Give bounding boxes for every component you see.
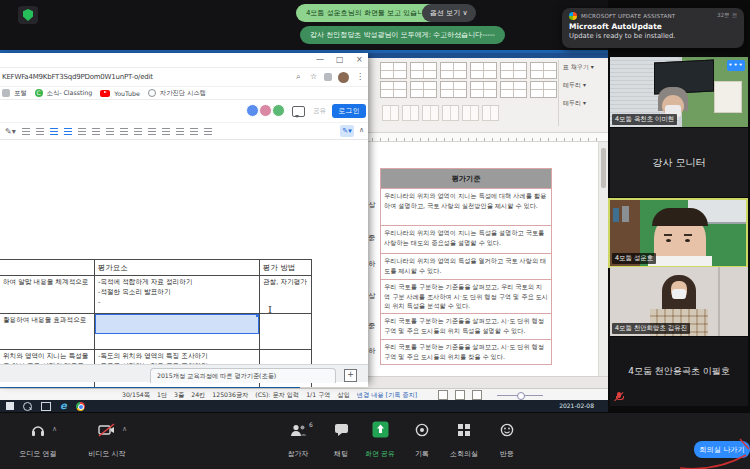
ribbon-icon[interactable] <box>422 105 439 121</box>
bookmark-item[interactable]: YouTube <box>114 90 140 97</box>
minimize-button[interactable]: — <box>316 54 324 66</box>
toolbar-icon[interactable] <box>36 128 44 135</box>
ribbon-panel-label[interactable]: 테두리 ▾ <box>563 99 586 108</box>
table-style-thumbnail[interactable] <box>410 81 437 98</box>
sheet-tab[interactable]: 2015개정 교육과정에 따른 평가기준(초등) <box>150 368 336 383</box>
ribbon-panel-label[interactable]: 테두리 ▾ <box>563 81 586 90</box>
chat-icon[interactable] <box>334 423 349 437</box>
table-style-thumbnail[interactable] <box>500 81 527 98</box>
table-style-thumbnail[interactable] <box>530 62 557 79</box>
chrome-taskbar-icon[interactable] <box>76 402 85 411</box>
edit-pen-button[interactable]: ✎▾ <box>340 125 354 137</box>
indent-icon[interactable] <box>134 128 142 135</box>
view-mode-icon[interactable] <box>472 390 482 400</box>
audio-options-caret[interactable]: ∧ <box>52 425 57 433</box>
collapse-toolbar-icon[interactable]: ∧ <box>359 126 364 134</box>
login-button[interactable]: 로그인 <box>332 104 366 118</box>
table-style-thumbnail[interactable] <box>440 81 467 98</box>
taskbar-search-icon[interactable] <box>23 402 32 411</box>
start-button-icon[interactable] <box>6 402 14 410</box>
header-cell-elements[interactable]: 평가요소 <box>95 259 260 276</box>
clear-format-icon[interactable] <box>162 128 170 135</box>
table-style-thumbnail[interactable] <box>380 62 407 79</box>
toolbar-icon[interactable] <box>22 128 30 135</box>
status-track-changes[interactable]: 변경 내용 [기록 중지] <box>357 391 417 400</box>
table-style-thumbnail[interactable] <box>530 81 557 98</box>
add-sheet-button[interactable]: + <box>344 369 357 382</box>
merge-cells-icon[interactable] <box>204 128 212 135</box>
bookmark-item[interactable]: 소식- Classting <box>47 89 93 98</box>
hwp-vertical-scrollbar[interactable] <box>598 142 608 376</box>
search-icon[interactable]: ⌕ <box>296 72 300 82</box>
browser-menu-icon[interactable]: ⋮ <box>356 72 364 82</box>
collaborator-avatar[interactable] <box>246 104 259 117</box>
view-mode-icon[interactable] <box>438 390 448 400</box>
view-mode-icon[interactable] <box>455 390 465 400</box>
profile-avatar[interactable] <box>338 72 349 83</box>
header-cell-empty[interactable] <box>0 259 95 276</box>
bookmark-star-icon[interactable]: ☆ <box>310 72 317 82</box>
toolbar-icon[interactable] <box>92 128 100 135</box>
ribbon-icon[interactable] <box>482 105 499 121</box>
cell-method[interactable] <box>260 314 312 350</box>
participant-video-1[interactable]: ••• 4모둠 옥천초 이미현 <box>610 57 748 127</box>
cell-unit[interactable]: 활용하여 내용을 효과적으로 <box>0 314 95 350</box>
reactions-icon[interactable] <box>500 423 514 437</box>
breakout-rooms-icon[interactable] <box>457 423 471 437</box>
table-style-thumbnail[interactable] <box>470 81 497 98</box>
view-options-button[interactable]: 옵션 보기 ∨ <box>422 4 476 22</box>
bookmark-item[interactable]: 자가진단 시스템 <box>160 89 206 98</box>
ribbon-icon[interactable] <box>442 105 459 121</box>
numbered-list-icon[interactable] <box>106 128 114 135</box>
table-style-thumbnail[interactable] <box>500 62 527 79</box>
ribbon-panel-label[interactable]: 표 채우기 ▾ <box>563 63 594 72</box>
header-cell-method[interactable]: 평가 방법 <box>260 259 312 276</box>
ribbon-icon[interactable] <box>382 105 399 121</box>
start-video-button[interactable]: 비디오 시작 <box>72 449 142 459</box>
table-style-thumbnail[interactable] <box>410 62 437 79</box>
participants-icon[interactable] <box>290 423 307 437</box>
selection-handle[interactable] <box>256 314 260 317</box>
headset-icon[interactable] <box>30 423 46 437</box>
table-style-thumbnail[interactable] <box>380 81 407 98</box>
fill-color-icon[interactable] <box>176 128 184 135</box>
outdent-icon[interactable] <box>148 128 156 135</box>
participant-tile-5[interactable]: 4모둠 천안용곡초 이필호 <box>610 337 748 406</box>
reactions-button[interactable]: 반응 <box>472 449 542 459</box>
align-left-icon[interactable] <box>50 128 58 135</box>
maximize-button[interactable]: □ <box>336 54 344 66</box>
taskbar-clock[interactable]: 2021-02-08 <box>559 402 594 409</box>
participant-video-3-active-speaker[interactable]: 4모둠 성운호 <box>608 198 748 268</box>
more-options-button[interactable]: ••• <box>727 60 745 71</box>
cell-elements[interactable]: -목적에 적합하게 자료 정리하기 -적절한 목소리 발표하기 - <box>95 276 260 314</box>
collaborator-avatar[interactable] <box>259 104 272 117</box>
address-bar[interactable]: KEFWFa4M9KbFT3Sqd9PDom0W1unPT-o/edit ⌕ ☆… <box>0 68 368 87</box>
bookmark-item[interactable]: 포털 <box>14 89 27 98</box>
task-view-icon[interactable] <box>41 402 51 411</box>
update-notification[interactable]: MICROSOFT UPDATE ASSISTANT 32분 전 Microso… <box>562 8 744 48</box>
cell-selected[interactable] <box>95 314 260 350</box>
ribbon-icon[interactable] <box>402 105 419 121</box>
close-button[interactable]: × <box>356 54 363 66</box>
toolbar-icon[interactable] <box>78 128 86 135</box>
video-off-icon[interactable] <box>98 423 116 437</box>
extension-icon[interactable] <box>324 73 332 81</box>
collaborator-avatar[interactable] <box>272 104 285 117</box>
internet-explorer-icon[interactable]: e <box>60 401 67 411</box>
bulleted-list-icon[interactable] <box>120 128 128 135</box>
video-options-caret[interactable]: ∧ <box>122 425 127 433</box>
ribbon-icon[interactable] <box>462 105 479 121</box>
zoom-slider[interactable] <box>497 395 543 396</box>
edit-mode-pencil-icon[interactable]: ✎▾ <box>5 127 16 136</box>
join-audio-button[interactable]: 오디오 연결 <box>3 449 73 459</box>
security-shield-button[interactable] <box>18 6 38 24</box>
align-center-icon[interactable] <box>64 128 72 135</box>
record-icon[interactable] <box>415 423 429 437</box>
border-icon[interactable] <box>190 128 198 135</box>
comments-icon[interactable] <box>292 106 305 117</box>
cell-unit[interactable]: 하여 알맞 내용을 체계적으로 <box>0 276 95 314</box>
table-style-thumbnail[interactable] <box>470 62 497 79</box>
participant-video-4[interactable]: 4모둠 천안희망초 김유진 <box>610 267 748 336</box>
participant-tile-2[interactable]: 강사 모니터 <box>610 128 748 197</box>
table-style-thumbnail[interactable] <box>440 62 467 79</box>
